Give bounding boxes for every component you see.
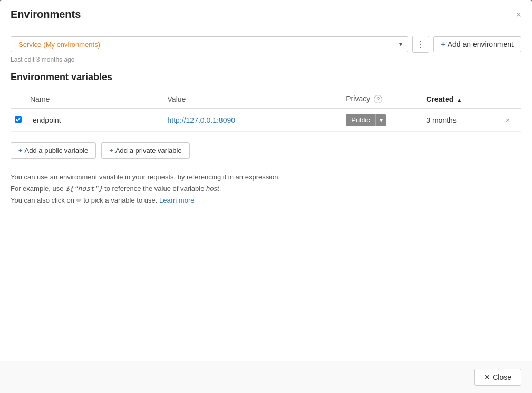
service-row: Service(My environments) ▾ ⋮ + Add an en… — [11, 36, 521, 53]
modal-header: Environments × — [0, 0, 532, 27]
row-action-cell: × — [501, 108, 521, 132]
plus-icon: + — [441, 40, 446, 49]
table-row: http://127.0.0.1:8090 Public ▾ 3 months … — [11, 108, 521, 132]
row-privacy-cell: Public ▾ — [342, 108, 422, 132]
row-checkbox[interactable] — [15, 116, 22, 123]
row-created-cell: 3 months — [422, 108, 501, 132]
privacy-help-icon[interactable]: ? — [374, 95, 382, 103]
created-value: 3 months — [426, 116, 457, 124]
th-privacy: Privacy ? — [342, 90, 422, 108]
privacy-dropdown-button[interactable]: ▾ — [375, 114, 386, 126]
plus-private-icon: + — [109, 147, 113, 155]
help-var-name: host — [206, 185, 219, 193]
add-environment-label: Add an environment — [448, 40, 514, 49]
add-public-variable-button[interactable]: + Add a public variable — [11, 142, 96, 159]
th-value: Value — [163, 90, 342, 108]
add-private-variable-button[interactable]: + Add a private variable — [101, 142, 189, 159]
dropdown-arrow-icon: ▾ — [399, 41, 402, 48]
help-line-1: You can use an environment variable in y… — [11, 171, 521, 183]
help-line-2: For example, use ${"host"} to reference … — [11, 183, 521, 195]
add-private-label: Add a private variable — [115, 147, 182, 155]
section-title: Environment variables — [11, 72, 521, 83]
environments-modal: Environments × Service(My environments) … — [0, 0, 532, 393]
sort-ascending-icon: ▲ — [457, 97, 462, 103]
learn-more-link[interactable]: Learn more — [159, 196, 194, 204]
th-checkbox — [11, 90, 26, 108]
service-label: Service(My environments) — [16, 40, 100, 49]
add-variable-buttons: + Add a public variable + Add a private … — [11, 142, 521, 159]
modal-title: Environments — [11, 8, 81, 21]
th-action — [501, 90, 521, 108]
th-name: Name — [26, 90, 163, 108]
help-code-host: ${"host"} — [65, 185, 102, 193]
row-name-cell — [26, 108, 163, 132]
pencil-icon: ✏ — [76, 197, 82, 204]
last-edit-text: Last edit 3 months ago — [11, 56, 521, 63]
privacy-button-group: Public ▾ — [346, 114, 418, 126]
add-environment-button[interactable]: + Add an environment — [433, 36, 522, 52]
name-input[interactable] — [30, 114, 159, 126]
help-line-3: You can also click on ✏ to pick a variab… — [11, 195, 521, 206]
remove-row-button[interactable]: × — [506, 116, 510, 124]
th-created[interactable]: Created ▲ — [422, 90, 501, 108]
help-text-block: You can use an environment variable in y… — [11, 171, 521, 206]
add-public-label: Add a public variable — [25, 147, 89, 155]
modal-footer: ✕ Close — [0, 361, 532, 393]
service-selector[interactable]: Service(My environments) ▾ — [11, 36, 408, 52]
table-header-row: Name Value Privacy ? Created ▲ — [11, 90, 521, 108]
plus-public-icon: + — [18, 147, 23, 155]
env-variables-table: Name Value Privacy ? Created ▲ — [11, 90, 521, 132]
row-value-cell: http://127.0.0.1:8090 — [163, 108, 342, 132]
kebab-menu-button[interactable]: ⋮ — [412, 36, 429, 53]
value-link[interactable]: http://127.0.0.1:8090 — [168, 116, 235, 124]
modal-close-x-button[interactable]: × — [516, 10, 521, 20]
modal-body: Service(My environments) ▾ ⋮ + Add an en… — [0, 27, 532, 361]
privacy-public-button[interactable]: Public — [346, 114, 375, 126]
close-button[interactable]: ✕ Close — [474, 369, 521, 386]
row-checkbox-cell — [11, 108, 26, 132]
